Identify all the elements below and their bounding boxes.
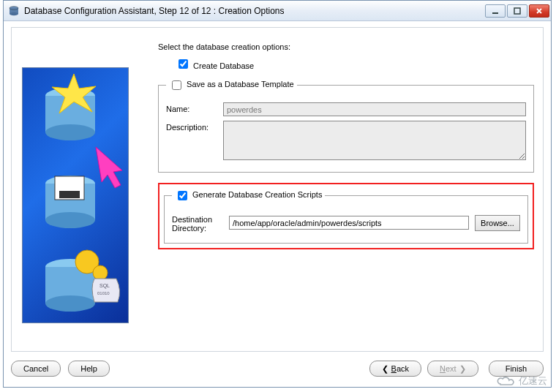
svg-rect-5	[514, 8, 520, 14]
template-name-label: Name:	[166, 102, 223, 113]
generate-scripts-group: Generate Database Creation Scripts Desti…	[164, 189, 528, 244]
wizard-button-bar: Cancel Help ❮ Back Next ❯ Finish	[11, 356, 544, 381]
template-desc-input	[223, 121, 526, 160]
window: Database Configuration Assistant, Step 1…	[3, 0, 552, 388]
create-database-checkbox[interactable]	[179, 59, 188, 69]
close-button[interactable]	[529, 4, 549, 18]
back-button[interactable]: ❮ Back	[369, 361, 421, 377]
svg-point-18	[93, 265, 108, 280]
cancel-button[interactable]: Cancel	[11, 361, 61, 377]
back-arrow-icon: ❮	[382, 364, 388, 374]
save-template-checkbox[interactable]	[172, 80, 181, 90]
template-name-input	[223, 102, 526, 116]
generate-scripts-legend-label: Generate Database Creation Scripts	[192, 190, 322, 199]
svg-point-8	[45, 124, 95, 140]
back-label-rest: ack	[397, 364, 409, 373]
next-label-rest: ext	[446, 364, 457, 373]
destination-input[interactable]	[229, 216, 469, 230]
save-template-legend-label: Save as a Database Template	[187, 80, 294, 88]
minimize-button[interactable]	[485, 4, 506, 18]
create-database-row: Create Database	[176, 57, 534, 71]
browse-button[interactable]: Browse...	[475, 215, 520, 231]
svg-rect-4	[492, 12, 498, 14]
window-controls	[485, 4, 549, 18]
svg-point-2	[10, 12, 18, 15]
finish-button[interactable]: Finish	[489, 361, 544, 377]
generate-scripts-legend: Generate Database Creation Scripts	[172, 189, 325, 203]
help-button[interactable]: Help	[68, 361, 110, 377]
highlighted-scripts-section: Generate Database Creation Scripts Desti…	[158, 183, 534, 249]
save-template-group: Save as a Database Template Name: Descri…	[158, 78, 534, 173]
next-arrow-icon: ❯	[459, 364, 466, 374]
create-database-label: Create Database	[193, 61, 254, 70]
prompt-text: Select the database creation options:	[158, 42, 534, 51]
svg-text:SQL: SQL	[99, 283, 110, 289]
template-desc-label: Description:	[166, 121, 223, 132]
svg-point-11	[45, 212, 95, 228]
svg-rect-13	[59, 191, 80, 198]
svg-text:01010: 01010	[97, 291, 110, 295]
main-panel: Select the database creation options: Cr…	[158, 42, 534, 249]
app-icon	[8, 5, 20, 17]
window-title: Database Configuration Assistant, Step 1…	[24, 6, 485, 16]
next-button[interactable]: Next ❯	[427, 361, 478, 377]
content-area: SQL 01010 Select the database creation o…	[11, 27, 544, 352]
maximize-button[interactable]	[507, 4, 527, 18]
destination-label: Destination Directory:	[172, 213, 229, 233]
generate-scripts-checkbox[interactable]	[178, 191, 187, 200]
svg-point-16	[45, 295, 95, 312]
titlebar: Database Configuration Assistant, Step 1…	[4, 1, 551, 21]
wizard-side-graphic: SQL 01010	[22, 67, 129, 323]
save-template-legend: Save as a Database Template	[166, 78, 297, 92]
